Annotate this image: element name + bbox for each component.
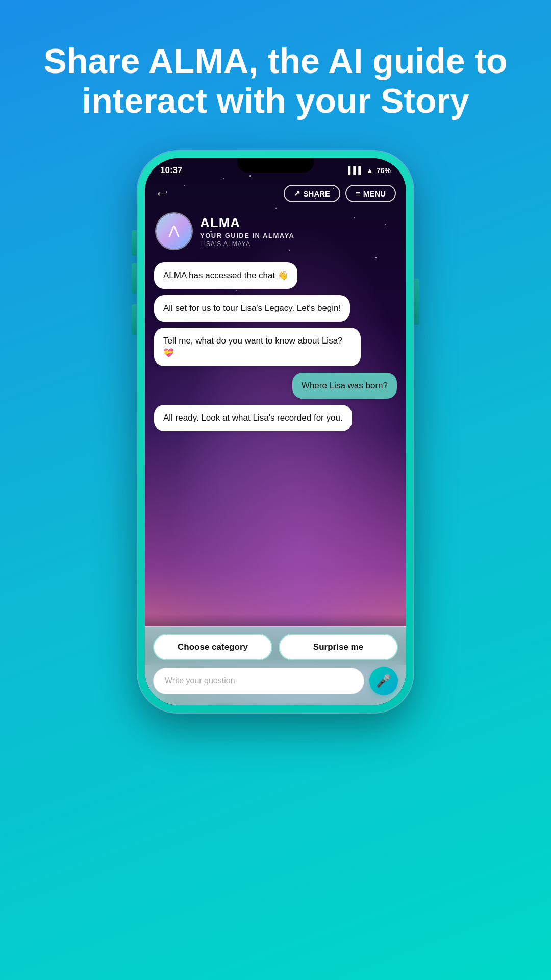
profile-name: ALMA xyxy=(200,215,395,231)
chat-area: ALMA has accessed the chat 👋 All set for… xyxy=(145,257,406,626)
share-icon: ↗ xyxy=(294,189,300,198)
message-2: All set for us to tour Lisa's Legacy. Le… xyxy=(154,295,350,322)
avatar: Λ xyxy=(156,213,192,249)
phone-frame: 10:37 ▌▌▌ ▲ 76% ← ↗ SHARE ≡ MENU xyxy=(138,151,413,713)
profile-subtitle: YOUR GUIDE IN ALMAYA xyxy=(200,232,395,239)
message-4-user: Where Lisa was born? xyxy=(292,373,397,399)
message-3: Tell me, what do you want to know about … xyxy=(154,328,361,366)
profile-info: ALMA YOUR GUIDE IN ALMAYA LISA'S ALMAYA xyxy=(200,215,395,248)
notch xyxy=(237,158,314,173)
message-5: All ready. Look at what Lisa's recorded … xyxy=(154,405,352,431)
top-navigation: ← ↗ SHARE ≡ MENU xyxy=(145,180,406,209)
menu-icon: ≡ xyxy=(356,189,360,198)
share-button[interactable]: ↗ SHARE xyxy=(284,185,341,202)
status-icons: ▌▌▌ ▲ 76% xyxy=(348,166,391,175)
battery-level: 76% xyxy=(377,166,391,175)
phone-mockup: 10:37 ▌▌▌ ▲ 76% ← ↗ SHARE ≡ MENU xyxy=(138,151,413,713)
question-input[interactable]: Write your question xyxy=(153,668,364,694)
headline-text: Share ALMA, the AI guide to interact wit… xyxy=(3,0,548,146)
back-button[interactable]: ← xyxy=(155,186,168,202)
volume-down-button[interactable] xyxy=(132,304,137,335)
surprise-me-button[interactable]: Surprise me xyxy=(279,634,398,660)
phone-screen: 10:37 ▌▌▌ ▲ 76% ← ↗ SHARE ≡ MENU xyxy=(145,158,406,705)
signal-icon: ▌▌▌ xyxy=(348,166,363,175)
bottom-panel: Choose category Surprise me Write your q… xyxy=(145,626,406,705)
profile-sub2: LISA'S ALMAYA xyxy=(200,240,395,248)
avatar-letter: Λ xyxy=(168,222,179,241)
share-label: SHARE xyxy=(304,189,331,198)
nav-buttons: ↗ SHARE ≡ MENU xyxy=(284,185,396,202)
menu-label: MENU xyxy=(363,189,386,198)
choose-category-button[interactable]: Choose category xyxy=(153,634,272,660)
mic-button[interactable]: 🎤 xyxy=(369,667,398,695)
action-buttons: Choose category Surprise me xyxy=(153,634,398,660)
profile-header: Λ ALMA YOUR GUIDE IN ALMAYA LISA'S ALMAY… xyxy=(145,209,406,257)
power-button[interactable] xyxy=(414,279,419,325)
input-row: Write your question 🎤 xyxy=(153,667,398,695)
status-time: 10:37 xyxy=(160,165,182,176)
volume-up-button[interactable] xyxy=(132,263,137,294)
message-1: ALMA has accessed the chat 👋 xyxy=(154,262,297,289)
mic-icon: 🎤 xyxy=(376,674,391,688)
menu-button[interactable]: ≡ MENU xyxy=(345,185,396,202)
wifi-icon: ▲ xyxy=(366,166,373,175)
silent-button xyxy=(132,230,137,256)
